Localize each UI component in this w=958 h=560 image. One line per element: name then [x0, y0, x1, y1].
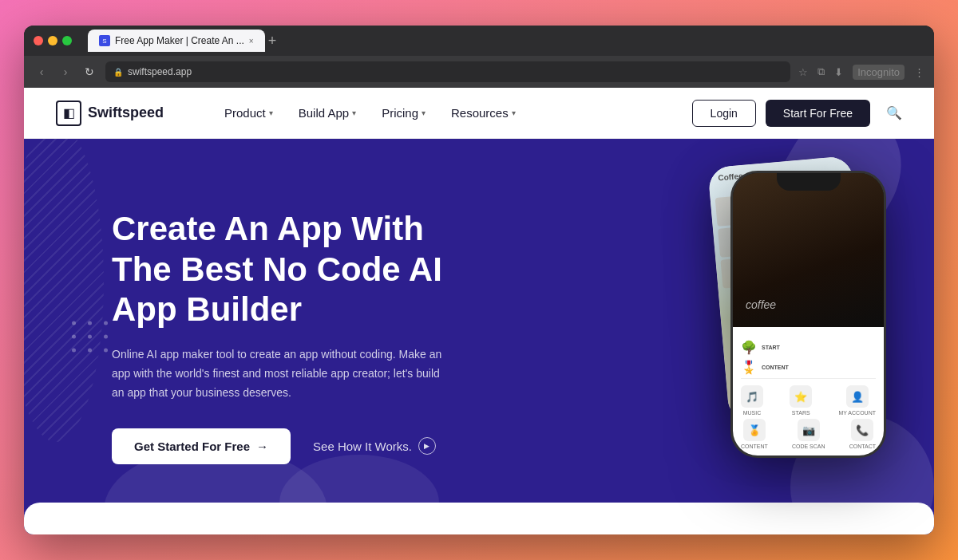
code-scan-icon: 📷: [798, 419, 820, 441]
back-button[interactable]: ‹: [34, 65, 49, 78]
contact-label: CONTACT: [849, 444, 876, 449]
music-label: MUSIC: [743, 410, 762, 416]
nav-resources-chevron: ▾: [512, 108, 516, 117]
nav-pricing-label: Pricing: [382, 106, 418, 120]
start-label: START: [762, 345, 780, 350]
nav-links: Product ▾ Build App ▾ Pricing ▾ Resource…: [212, 88, 692, 139]
phone-menu-stars: ⭐ STARS: [790, 385, 812, 416]
music-icon: 🎵: [741, 385, 763, 408]
hero-section: Create An App With The Best No Code AI A…: [24, 139, 934, 534]
see-how-it-works-button[interactable]: See How It Works. ▶: [313, 437, 436, 455]
get-started-label: Get Started For Free: [134, 440, 250, 453]
new-tab-button[interactable]: +: [268, 34, 277, 48]
url-text: swiftspeed.app: [128, 66, 192, 77]
extensions-icon[interactable]: ⧉: [817, 65, 825, 78]
site-navigation: ◧ Swiftspeed Product ▾ Build App ▾ Prici…: [24, 88, 934, 139]
tab-title: Free App Maker | Create An ...: [115, 35, 244, 46]
get-started-button[interactable]: Get Started For Free →: [112, 428, 291, 464]
content-label2: CONTENT: [741, 444, 768, 449]
menu-icon[interactable]: ⋮: [914, 66, 924, 78]
nav-build-app-label: Build App: [299, 106, 349, 120]
content-icon: 🏅: [743, 419, 766, 441]
phone-screen-bottom: 🌳 START 🎖️ CONTENT: [733, 327, 884, 455]
nav-build-app[interactable]: Build App ▾: [286, 88, 369, 139]
tab-close-button[interactable]: ×: [249, 37, 254, 45]
website-content: ◧ Swiftspeed Product ▾ Build App ▾ Prici…: [24, 88, 934, 534]
hero-title: Create An App With The Best No Code AI A…: [112, 209, 455, 329]
reload-button[interactable]: ↻: [81, 65, 97, 78]
get-started-arrow: →: [256, 440, 268, 453]
phone-menu-contact: 📞 CONTACT: [849, 419, 876, 449]
play-icon: ▶: [418, 437, 436, 455]
incognito-badge: Incognito: [853, 65, 905, 80]
nav-actions: Login Start For Free 🔍: [692, 100, 902, 127]
traffic-lights: [34, 36, 72, 45]
phone-menu-music: 🎵 MUSIC: [741, 385, 763, 416]
maximize-button[interactable]: [62, 36, 72, 45]
nav-resources-label: Resources: [451, 106, 509, 120]
active-tab[interactable]: S Free App Maker | Create An ... ×: [88, 30, 265, 52]
phone-menu-code-scan: 📷 CODE SCAN: [792, 419, 825, 449]
phone-screen-top: coffee: [733, 173, 884, 327]
nav-product-label: Product: [224, 106, 266, 120]
phone-menu-account: 👤 MY ACCOUNT: [838, 385, 876, 416]
phone-menu-row: 🎖️ CONTENT: [741, 360, 876, 375]
stars-label: STARS: [792, 410, 810, 416]
close-button[interactable]: [34, 36, 43, 45]
forward-button[interactable]: ›: [57, 65, 73, 78]
url-bar[interactable]: 🔒 swiftspeed.app: [105, 61, 790, 82]
phone-menu-content: 🏅 CONTENT: [741, 419, 768, 449]
phone-notch: [777, 173, 841, 191]
account-icon: 👤: [846, 385, 869, 408]
hero-description: Online AI app maker tool to create an ap…: [112, 345, 455, 402]
bookmark-icon[interactable]: ☆: [798, 66, 808, 78]
medal-icon: 🎖️: [741, 360, 757, 375]
nav-product[interactable]: Product ▾: [212, 88, 286, 139]
logo-text: Swiftspeed: [88, 105, 164, 121]
start-for-free-button[interactable]: Start For Free: [766, 100, 870, 127]
browser-window: S Free App Maker | Create An ... × + ‹ ›…: [24, 26, 934, 534]
phone-front-mockup: coffee 🌳 START 🎖️: [730, 171, 886, 458]
content-label: CONTENT: [762, 365, 789, 370]
see-how-label: See How It Works.: [313, 440, 412, 453]
code-scan-label: CODE SCAN: [792, 444, 825, 449]
title-bar: S Free App Maker | Create An ... × +: [24, 26, 934, 56]
logo-area: ◧ Swiftspeed: [56, 101, 164, 126]
nav-build-app-chevron: ▾: [352, 108, 356, 117]
phone-screen: coffee 🌳 START 🎖️: [733, 173, 884, 455]
browser-actions: ☆ ⧉ ⬇ Incognito ⋮: [798, 65, 924, 80]
login-button[interactable]: Login: [692, 100, 756, 127]
hero-content: Create An App With The Best No Code AI A…: [24, 209, 487, 464]
nav-product-chevron: ▾: [269, 108, 273, 117]
play-triangle: ▶: [424, 442, 430, 450]
tree-icon: 🌳: [741, 340, 757, 355]
address-bar: ‹ › ↻ 🔒 swiftspeed.app ☆ ⧉ ⬇ Incognito ⋮: [24, 56, 934, 88]
logo-symbol: ◧: [63, 105, 75, 120]
phone-menu-row: 🌳 START: [741, 340, 876, 355]
account-label: MY ACCOUNT: [838, 410, 876, 416]
lock-icon: 🔒: [113, 68, 123, 77]
nav-pricing[interactable]: Pricing ▾: [369, 88, 438, 139]
minimize-button[interactable]: [48, 36, 57, 45]
logo-icon: ◧: [56, 101, 81, 126]
contact-icon: 📞: [851, 419, 873, 441]
tab-bar: S Free App Maker | Create An ... × +: [88, 30, 276, 52]
hero-cta: Get Started For Free → See How It Works.…: [112, 428, 455, 464]
coffee-text-overlay: coffee: [746, 298, 776, 311]
nav-pricing-chevron: ▾: [422, 108, 426, 117]
download-icon[interactable]: ⬇: [834, 66, 843, 78]
stars-icon: ⭐: [790, 385, 812, 408]
nav-resources[interactable]: Resources ▾: [438, 88, 528, 139]
tab-favicon: S: [99, 35, 110, 46]
phones-area: Coffee ☕ 🫖 ⚗️ 🥤 🧋 🍵 ☕ 🫗 🧃: [575, 147, 910, 534]
hero-bottom-curve: [24, 503, 934, 534]
search-icon[interactable]: 🔍: [886, 105, 902, 120]
